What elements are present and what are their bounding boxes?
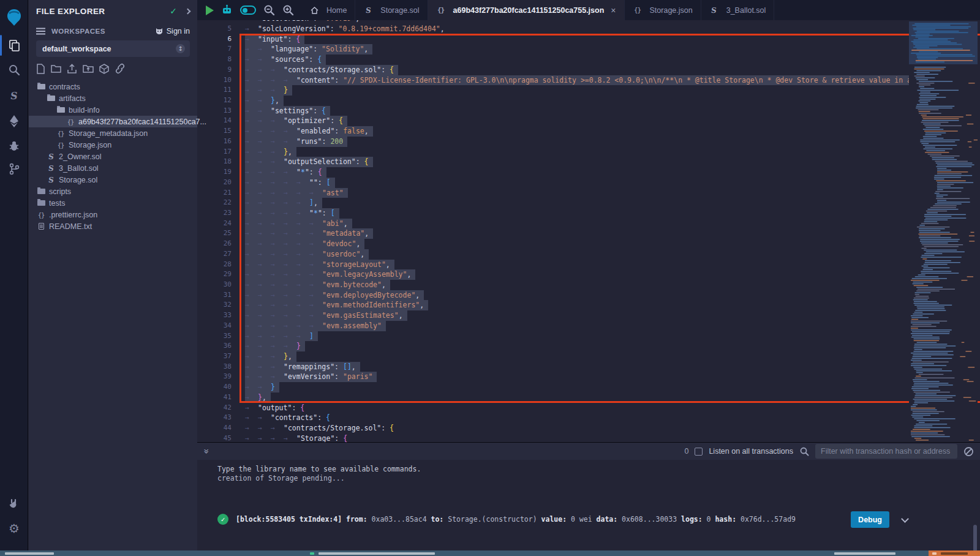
search-icon[interactable] [0, 59, 28, 81]
json-icon: {} [56, 141, 66, 149]
code-line-17: 17→→→}, [197, 147, 980, 157]
new-file-icon[interactable] [36, 64, 45, 74]
solidity-compiler-icon[interactable]: S [0, 85, 28, 107]
code-line-23: 23→→→→→"*": [ [197, 208, 980, 219]
deploy-run-icon[interactable] [0, 110, 28, 132]
zoom-out-icon[interactable] [263, 4, 275, 16]
tab-bar: HomeSStorage.sol{}a69b43f277ba20fcac1411… [197, 0, 980, 20]
code-line-40: 40→→} [197, 382, 980, 393]
terminal-search-icon[interactable] [799, 446, 809, 456]
tree-item-storage-json[interactable]: {}Storage.json [29, 139, 197, 151]
tree-item-tests[interactable]: tests [29, 197, 197, 209]
tree-item-storage-metadata-json[interactable]: {}Storage_metadata.json [29, 127, 197, 139]
code-line-13: 13→→"settings": { [197, 106, 980, 116]
settings-icon[interactable]: ⚙ [0, 517, 28, 539]
code-line-32: 32→→→→→→"evm.methodIdentifiers", [197, 300, 980, 310]
tab-a69b43f277ba20fcac141151250ca755-json[interactable]: {}a69b43f277ba20fcac141151250ca755.json× [428, 0, 625, 20]
git-icon[interactable] [0, 158, 28, 180]
status-right-text [834, 552, 895, 555]
tree-item-storage-sol[interactable]: SStorage.sol [29, 174, 197, 186]
debugger-icon[interactable] [0, 135, 28, 157]
solidity-file-icon: S [46, 152, 56, 161]
tree-item-label: Storage.sol [59, 176, 97, 184]
remix-ide-window: S ⚙ FILE EXPLORER ✓ WORKSPACES Sign in [0, 0, 980, 556]
tab-storage-json[interactable]: {}Storage.json [625, 0, 701, 20]
terminal-panel: » 0 Listen on all transactions Type the … [197, 442, 980, 550]
upload-folder-icon[interactable] [83, 64, 94, 73]
file-explorer-icon[interactable] [0, 34, 28, 56]
debug-button[interactable]: Debug [851, 511, 889, 528]
chevron-right-icon[interactable] [185, 8, 191, 14]
line-number: 20 [197, 178, 232, 188]
terminal-body[interactable]: Type the library name to see available c… [197, 460, 980, 550]
ai-copilot-robot-icon[interactable] [221, 4, 233, 16]
code-line-42: 42→"output": { [197, 403, 980, 413]
tx-expand-chevron-icon[interactable] [901, 515, 909, 523]
line-number: 11 [197, 85, 232, 96]
scam-alert-badge[interactable] [929, 550, 980, 556]
transaction-filter-input[interactable] [815, 444, 957, 459]
code-line-25: 25→→→→→→"metadata", [197, 228, 980, 239]
solidity-file-icon: S [363, 6, 373, 15]
ipfs-box-icon[interactable] [99, 64, 109, 74]
zoom-in-icon[interactable] [282, 4, 294, 16]
tree-item-scripts[interactable]: scripts [29, 186, 197, 197]
tree-item-build-info[interactable]: build-info [29, 104, 197, 116]
sign-in-button[interactable]: Sign in [155, 27, 190, 36]
line-number: 42 [197, 403, 232, 413]
github-icon [155, 28, 164, 35]
clear-console-icon[interactable] [963, 446, 974, 457]
code-line-30: 30→→→→→→"evm.bytecode", [197, 280, 980, 290]
tree-item-label: 3_Ballot.sol [59, 164, 99, 173]
line-number: 5 [197, 24, 232, 34]
editor-toolbar [197, 0, 301, 20]
plugin-manager-icon[interactable] [0, 493, 28, 515]
tab-3-ballot-sol[interactable]: S3_Ballot.sol [701, 0, 775, 20]
tab-storage-sol[interactable]: SStorage.sol [355, 0, 428, 20]
upload-file-icon[interactable] [67, 64, 77, 74]
folder-icon [36, 189, 46, 194]
line-number: 24 [197, 219, 232, 229]
tree-item-a69b43f277ba20fcac141151250ca7-[interactable]: {}a69b43f277ba20fcac141151250ca7... [29, 116, 197, 127]
new-folder-icon[interactable] [51, 64, 61, 73]
line-number: 45 [197, 434, 232, 442]
line-number: 10 [197, 75, 232, 86]
status-left-text [5, 552, 54, 555]
line-number: 31 [197, 290, 232, 301]
close-icon[interactable]: × [611, 6, 616, 15]
tree-item-readme-txt[interactable]: README.txt [29, 220, 197, 232]
hamburger-menu-icon[interactable] [36, 28, 45, 35]
solidity-file-icon: S [709, 6, 719, 15]
folder-open-icon [46, 96, 56, 101]
tab-home[interactable]: Home [301, 0, 355, 20]
code-line-7: 7→→"language": "Solidity", [197, 44, 980, 54]
ai-copilot-toggle[interactable] [240, 6, 256, 15]
tree-item-label: 2_Owner.sol [59, 152, 101, 161]
main-area: HomeSStorage.sol{}a69b43f277ba20fcac1411… [197, 0, 980, 550]
tabs-container: HomeSStorage.sol{}a69b43f277ba20fcac1411… [301, 0, 774, 20]
code-line-12: 12→→}, [197, 96, 980, 106]
line-number: 15 [197, 126, 232, 137]
workspace-select[interactable]: default_workspace ↕ [36, 40, 190, 57]
tree-item-3-ballot-sol[interactable]: S3_Ballot.sol [29, 162, 197, 174]
terminal-expand-icon[interactable]: » [201, 448, 212, 454]
tree-item--prettierrc-json[interactable]: {}.prettierrc.json [29, 209, 197, 220]
file-explorer-header: FILE EXPLORER ✓ [29, 0, 197, 22]
terminal-header: » 0 Listen on all transactions [197, 443, 980, 460]
code-line-37: 37→→→}, [197, 351, 980, 362]
remix-logo-icon[interactable] [0, 5, 28, 29]
code-line-11: 11→→→} [197, 85, 980, 96]
transaction-row[interactable]: ✓ [block:5583405 txIndex:4] from: 0xa03.… [217, 514, 796, 525]
line-number: 26 [197, 239, 232, 249]
minimap[interactable] [909, 20, 978, 442]
tree-item-2-owner-sol[interactable]: S2_Owner.sol [29, 151, 197, 162]
checkmark-icon: ✓ [170, 6, 177, 16]
tree-item-artifacts[interactable]: artifacts [29, 92, 197, 104]
terminal-scrollbar[interactable] [973, 525, 977, 552]
link-icon[interactable] [115, 64, 126, 73]
tab-label: Storage.sol [380, 6, 419, 15]
tree-item-contracts[interactable]: contracts [29, 81, 197, 92]
run-script-button[interactable] [206, 6, 214, 15]
listen-checkbox[interactable] [695, 448, 703, 456]
code-editor[interactable]: 4→"solcVersion": "0.8.19",5→"solcLongVer… [197, 20, 980, 442]
